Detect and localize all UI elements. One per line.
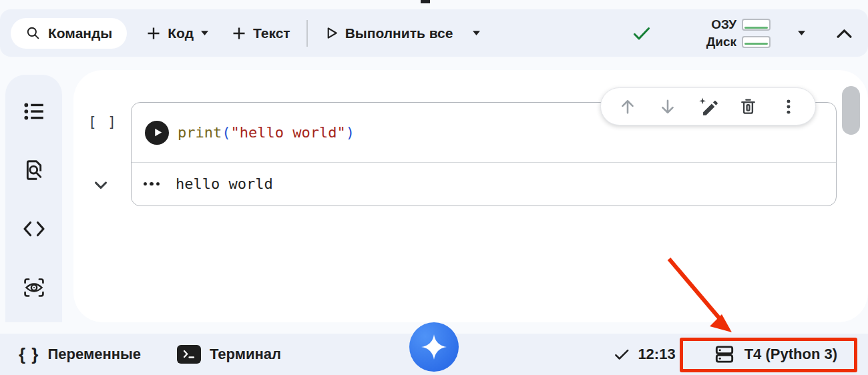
execution-count-indicator: [ ] (88, 114, 118, 130)
table-of-contents-icon (23, 100, 45, 123)
runtime-selector-button[interactable]: T4 (Python 3) (713, 343, 837, 366)
gemini-sparkle-icon (421, 334, 447, 360)
kebab-menu-icon (780, 98, 797, 115)
connected-check-icon (632, 23, 652, 43)
resources-dropdown[interactable] (788, 20, 815, 47)
run-all-button[interactable]: Выполнить все (324, 25, 453, 41)
code-token-paren-open: ( (222, 124, 230, 141)
ram-label: ОЗУ (711, 17, 736, 32)
run-all-label: Выполнить все (345, 25, 453, 41)
main-toolbar: Команды Код Текст Выполнить все (0, 9, 868, 57)
terminal-icon (177, 345, 201, 364)
add-text-button[interactable]: Текст (231, 25, 290, 41)
move-cell-down-button[interactable] (654, 93, 681, 120)
chevron-up-icon (836, 28, 853, 39)
play-outline-icon (324, 25, 339, 41)
cell-toolbar (600, 87, 816, 125)
code-line[interactable]: print("hello world") (178, 124, 355, 141)
terminal-button[interactable]: Терминал (177, 345, 281, 364)
play-icon (152, 127, 164, 138)
check-icon (613, 346, 630, 363)
braces-icon: { } (19, 346, 39, 363)
commands-label: Команды (48, 25, 112, 41)
chevron-down-icon (91, 175, 111, 195)
toolbar-divider (306, 20, 308, 47)
more-actions-button[interactable] (775, 93, 802, 120)
trash-icon (739, 97, 757, 115)
arrow-up-icon (618, 97, 637, 116)
plus-icon (146, 25, 162, 41)
magic-pencil-icon (698, 97, 718, 117)
search-icon (25, 25, 41, 41)
add-code-dropdown[interactable] (194, 20, 216, 47)
chevron-down-icon (472, 30, 481, 36)
cell-output-row: hello world (132, 163, 836, 205)
runtime-server-icon (713, 343, 736, 366)
sidebar-item-variable-inspector[interactable] (23, 276, 45, 299)
add-code-button[interactable]: Код (146, 25, 194, 41)
code-token-string: "hello world" (230, 124, 345, 141)
disk-usage-meter (742, 36, 771, 48)
code-token-paren-close: ) (346, 124, 355, 141)
disk-label: Диск (706, 35, 736, 49)
execution-time-label: 12:13 (638, 346, 675, 363)
add-code-label: Код (168, 25, 194, 41)
sidebar-item-table-of-contents[interactable] (23, 100, 45, 123)
chevron-down-icon (797, 30, 806, 36)
run-cell-button[interactable] (145, 121, 169, 145)
left-sidebar (5, 75, 62, 322)
chevron-down-icon (200, 30, 209, 36)
gemini-button[interactable] (409, 322, 459, 372)
arrow-down-icon (658, 97, 677, 116)
eye-scan-icon (23, 276, 45, 300)
run-all-dropdown[interactable] (465, 20, 487, 47)
move-cell-up-button[interactable] (614, 93, 641, 120)
document-search-icon (23, 159, 45, 181)
code-brackets-icon (23, 219, 45, 239)
code-token-function: print (178, 124, 222, 141)
commands-button[interactable]: Команды (11, 18, 127, 49)
plus-icon (231, 25, 247, 41)
colab-window: Команды Код Текст Выполнить все (0, 0, 868, 375)
resources-indicator[interactable]: ОЗУ Диск (706, 17, 771, 49)
scrollbar-thumb[interactable] (842, 86, 860, 135)
cropped-cursor-fragment (421, 0, 430, 3)
output-options-icon[interactable] (144, 182, 160, 186)
edit-with-ai-button[interactable] (694, 93, 721, 120)
variables-button[interactable]: { } Переменные (19, 346, 141, 363)
ram-usage-meter (742, 19, 771, 31)
output-text: hello world (176, 175, 273, 192)
delete-cell-button[interactable] (735, 93, 762, 120)
runtime-label: T4 (Python 3) (744, 346, 837, 363)
terminal-label: Терминал (210, 346, 281, 363)
add-text-label: Текст (253, 25, 290, 41)
sidebar-item-find-and-replace[interactable] (23, 159, 45, 181)
execution-time-indicator[interactable]: 12:13 (613, 346, 675, 363)
sidebar-item-code-snippets[interactable] (23, 218, 45, 240)
variables-label: Переменные (47, 346, 141, 363)
collapse-toolbar-button[interactable] (831, 20, 857, 47)
collapse-output-button[interactable] (91, 175, 111, 198)
